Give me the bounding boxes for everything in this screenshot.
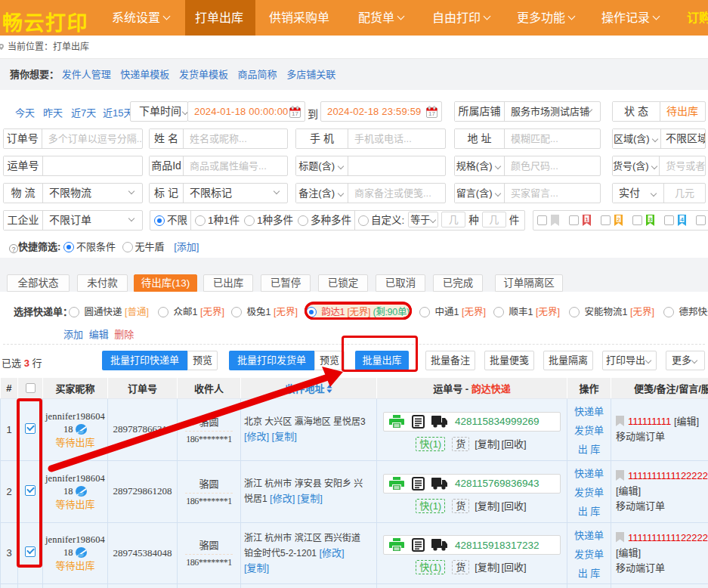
svg-text:3: 3 [648,216,652,223]
svg-text:17: 17 [428,110,435,117]
svg-text:2: 2 [617,216,620,223]
svg-text:17: 17 [292,110,298,117]
svg-text:4: 4 [680,216,684,223]
svg-text:1: 1 [585,216,589,223]
